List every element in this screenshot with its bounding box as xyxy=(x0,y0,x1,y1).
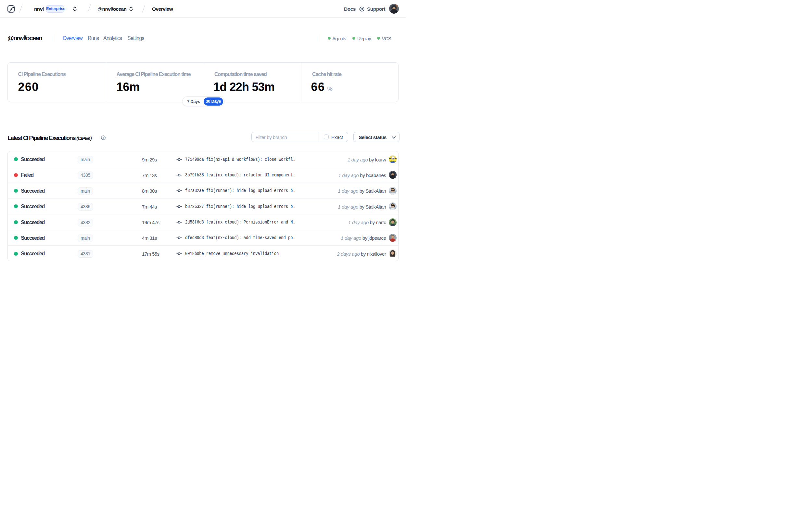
svg-text:?: ? xyxy=(102,136,104,139)
